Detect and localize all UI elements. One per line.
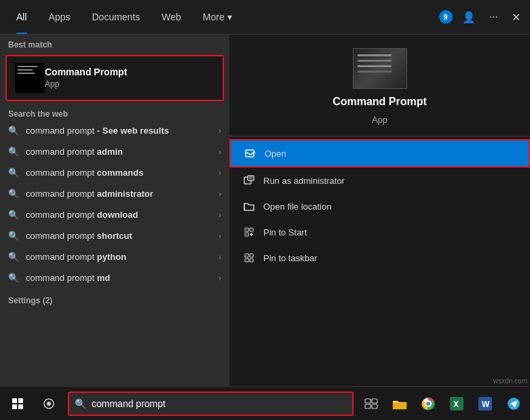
open-icon <box>244 147 257 159</box>
word-button[interactable]: W <box>472 389 499 419</box>
tab-apps[interactable]: Apps <box>38 0 81 34</box>
svg-text:X: X <box>453 400 459 409</box>
chevron-icon-1: › <box>219 147 221 157</box>
close-icon[interactable]: ✕ <box>508 8 525 26</box>
taskbar: 🔍 <box>0 386 530 420</box>
svg-rect-16 <box>18 398 23 403</box>
svg-point-20 <box>47 402 51 406</box>
search-icon-7: 🔍 <box>8 273 19 283</box>
app-subtitle: App <box>372 115 387 125</box>
search-icon-5: 🔍 <box>8 231 19 241</box>
chevron-icon-7: › <box>219 273 221 283</box>
search-item-6[interactable]: 🔍 command prompt python › <box>0 246 229 267</box>
tab-documents[interactable]: Documents <box>81 0 151 34</box>
svg-rect-12 <box>250 254 253 257</box>
search-icon-2: 🔍 <box>8 168 19 178</box>
action-file-location-label: Open file location <box>263 202 331 212</box>
tab-all[interactable]: All <box>5 0 38 34</box>
chevron-icon-5: › <box>219 231 221 241</box>
tab-web[interactable]: Web <box>151 0 192 34</box>
person-icon[interactable]: 👤 <box>458 8 480 26</box>
svg-rect-11 <box>245 254 248 257</box>
watermark: wsxdn.com <box>493 377 527 385</box>
svg-rect-23 <box>365 404 371 408</box>
search-item-1[interactable]: 🔍 command prompt admin › <box>0 141 229 162</box>
search-bar-icon: 🔍 <box>75 398 86 409</box>
action-pin-start-label: Pin to Start <box>263 227 307 237</box>
action-run-admin-label: Run as administrator <box>263 176 345 186</box>
settings-section: Settings (2) <box>0 288 229 309</box>
svg-point-28 <box>426 402 430 406</box>
search-item-0[interactable]: 🔍 command prompt - See web results › <box>0 120 229 141</box>
pin-start-icon <box>243 226 255 238</box>
svg-rect-21 <box>365 399 371 403</box>
cortana-button[interactable] <box>34 389 64 419</box>
chevron-icon-4: › <box>219 210 221 220</box>
svg-rect-7 <box>250 228 253 231</box>
search-web-label: Search the web <box>0 104 229 120</box>
right-panel: Command Prompt App Open <box>229 35 530 386</box>
notification-badge[interactable]: 9 <box>439 10 453 24</box>
best-match-label: Best match <box>0 35 229 52</box>
app-title: Command Prompt <box>333 96 427 108</box>
search-item-3[interactable]: 🔍 command prompt administrator › <box>0 183 229 204</box>
svg-rect-18 <box>18 404 23 409</box>
app-header: Command Prompt App <box>229 35 530 136</box>
cmd-icon <box>15 63 45 93</box>
search-bar[interactable]: 🔍 <box>68 392 354 416</box>
svg-rect-6 <box>245 228 248 231</box>
search-item-4[interactable]: 🔍 command prompt download › <box>0 204 229 225</box>
chevron-icon-6: › <box>219 252 221 262</box>
pin-taskbar-icon <box>243 252 255 264</box>
search-icon-4: 🔍 <box>8 210 19 220</box>
svg-rect-22 <box>372 399 377 403</box>
search-icon-0: 🔍 <box>8 126 19 136</box>
ellipsis-icon[interactable]: ··· <box>485 8 502 26</box>
svg-rect-17 <box>12 404 17 409</box>
start-button[interactable] <box>3 389 33 419</box>
search-item-2[interactable]: 🔍 command prompt commands › <box>0 162 229 183</box>
chevron-icon-2: › <box>219 168 221 178</box>
action-open-label: Open <box>265 149 286 159</box>
nav-tabs: All Apps Documents Web More ▾ 9 👤 ··· ✕ <box>0 0 530 35</box>
action-pin-start[interactable]: Pin to Start <box>229 219 530 245</box>
search-icon-3: 🔍 <box>8 189 19 199</box>
search-item-7[interactable]: 🔍 command prompt md › <box>0 267 229 288</box>
chrome-button[interactable] <box>415 389 442 419</box>
telegram-button[interactable] <box>500 389 527 419</box>
search-icon-1: 🔍 <box>8 147 19 157</box>
excel-button[interactable]: X <box>443 389 470 419</box>
task-view-button[interactable] <box>358 389 385 419</box>
action-pin-taskbar[interactable]: Pin to taskbar <box>229 245 530 271</box>
file-explorer-button[interactable] <box>386 389 413 419</box>
chevron-icon-3: › <box>219 189 221 199</box>
svg-text:W: W <box>482 400 490 409</box>
svg-rect-14 <box>250 259 253 262</box>
svg-rect-24 <box>372 404 377 408</box>
folder-icon <box>243 200 255 212</box>
search-input[interactable] <box>92 398 347 409</box>
settings-label: Settings (2) <box>8 296 52 305</box>
svg-rect-13 <box>245 259 248 262</box>
nav-right: 9 👤 ··· ✕ <box>439 8 525 26</box>
best-match-text: Command Prompt App <box>45 66 127 90</box>
svg-rect-8 <box>245 233 248 236</box>
action-open[interactable]: Open <box>229 139 530 168</box>
content-area: Best match Command Prompt App Search the… <box>0 35 530 386</box>
action-run-admin[interactable]: Run as administrator <box>229 168 530 193</box>
chevron-icon-0: › <box>219 126 221 136</box>
app-thumbnail <box>353 48 407 89</box>
search-item-5[interactable]: 🔍 command prompt shortcut › <box>0 225 229 246</box>
best-match-item[interactable]: Command Prompt App <box>5 55 224 101</box>
action-file-location[interactable]: Open file location <box>229 193 530 219</box>
run-admin-icon <box>243 174 255 187</box>
search-icon-6: 🔍 <box>8 252 19 262</box>
svg-rect-15 <box>12 398 17 403</box>
tab-more[interactable]: More ▾ <box>192 0 243 34</box>
action-pin-taskbar-label: Pin to taskbar <box>263 253 318 263</box>
taskbar-apps: X W <box>358 389 527 419</box>
divider <box>229 136 530 136</box>
left-panel: Best match Command Prompt App Search the… <box>0 35 229 386</box>
